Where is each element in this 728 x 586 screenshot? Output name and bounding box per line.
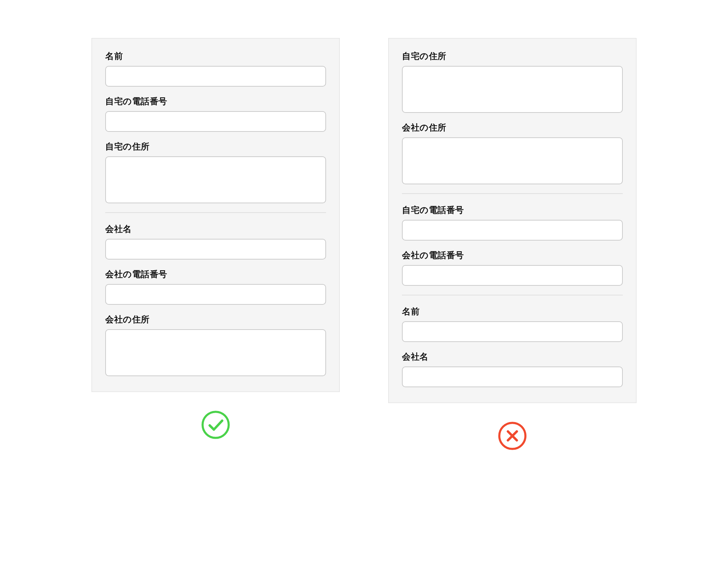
field-company-name: 会社名 (105, 223, 326, 260)
svg-point-0 (203, 412, 229, 438)
input-company-phone[interactable] (105, 284, 326, 305)
label-company-name: 会社名 (105, 223, 326, 235)
bad-example-column: 自宅の住所 会社の住所 自宅の電話番号 会社の電話番号 (388, 38, 637, 451)
input-home-phone[interactable] (105, 111, 326, 132)
group-divider-b2 (402, 295, 623, 295)
field-home-address-b: 自宅の住所 (402, 50, 623, 113)
field-company-address: 会社の住所 (105, 314, 326, 376)
input-company-address-b[interactable] (402, 137, 623, 184)
input-name[interactable] (105, 66, 326, 87)
input-company-name-b[interactable] (402, 367, 623, 387)
input-company-address[interactable] (105, 329, 326, 376)
label-name: 名前 (105, 50, 326, 62)
good-status-row (201, 410, 230, 440)
field-home-phone: 自宅の電話番号 (105, 96, 326, 132)
label-home-phone-b: 自宅の電話番号 (402, 204, 623, 216)
field-name: 名前 (105, 50, 326, 87)
group-divider (105, 212, 326, 213)
bad-form-panel: 自宅の住所 会社の住所 自宅の電話番号 会社の電話番号 (388, 38, 637, 403)
field-home-address: 自宅の住所 (105, 141, 326, 203)
field-company-phone: 会社の電話番号 (105, 268, 326, 305)
label-home-address: 自宅の住所 (105, 141, 326, 152)
bad-status-row (498, 421, 527, 451)
input-home-phone-b[interactable] (402, 220, 623, 241)
example-canvas: 名前 自宅の電話番号 自宅の住所 会社名 会社の (0, 0, 728, 586)
field-name-b: 名前 (402, 306, 623, 342)
label-company-name-b: 会社名 (402, 351, 623, 362)
label-company-phone-b: 会社の電話番号 (402, 250, 623, 261)
good-example-column: 名前 自宅の電話番号 自宅の住所 会社名 会社の (91, 38, 340, 451)
label-home-address-b: 自宅の住所 (402, 50, 623, 62)
field-home-phone-b: 自宅の電話番号 (402, 204, 623, 241)
input-home-address[interactable] (105, 156, 326, 203)
label-company-address: 会社の住所 (105, 314, 326, 325)
field-company-phone-b: 会社の電話番号 (402, 250, 623, 286)
field-company-name-b: 会社名 (402, 351, 623, 387)
input-company-name[interactable] (105, 239, 326, 260)
input-name-b[interactable] (402, 321, 623, 342)
label-company-address-b: 会社の住所 (402, 122, 623, 133)
field-company-address-b: 会社の住所 (402, 122, 623, 184)
good-form-panel: 名前 自宅の電話番号 自宅の住所 会社名 会社の (91, 38, 340, 392)
input-company-phone-b[interactable] (402, 265, 623, 286)
label-name-b: 名前 (402, 306, 623, 317)
label-home-phone: 自宅の電話番号 (105, 96, 326, 107)
input-home-address-b[interactable] (402, 66, 623, 113)
checkmark-icon (201, 410, 230, 440)
label-company-phone: 会社の電話番号 (105, 268, 326, 280)
cross-icon (498, 421, 527, 451)
group-divider-b1 (402, 193, 623, 194)
